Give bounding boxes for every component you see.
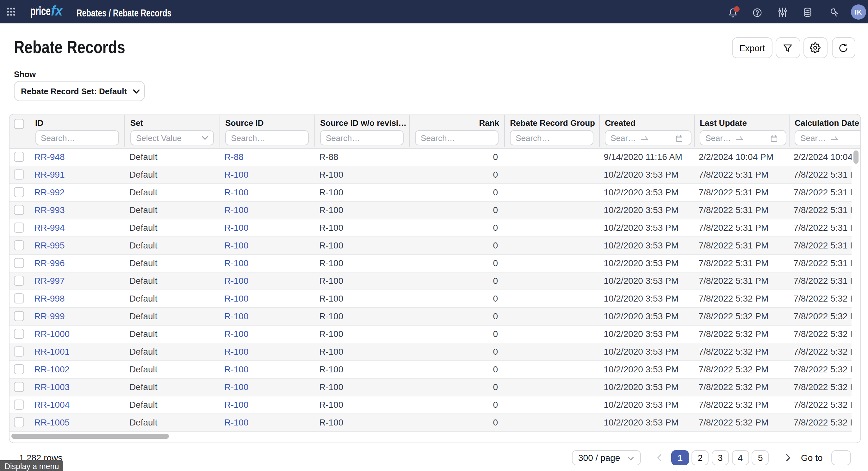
svg-text:fx: fx <box>51 4 63 18</box>
svg-text:price: price <box>30 4 51 18</box>
